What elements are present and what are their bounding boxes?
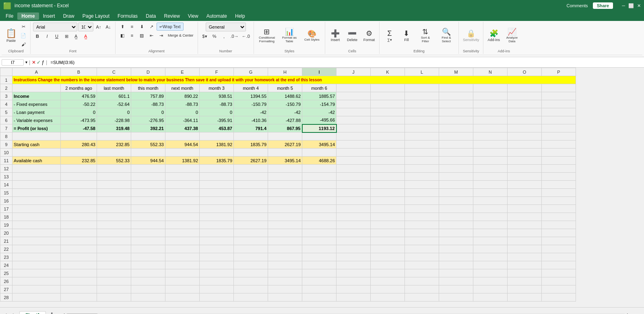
cell-O10[interactable] (508, 149, 542, 157)
cell-D11[interactable]: 944.54 (131, 157, 165, 165)
cell-F10[interactable] (200, 149, 234, 157)
cell-F6[interactable]: -395.91 (200, 116, 234, 124)
analyze-data-button[interactable]: 📈 Analyze Data (502, 25, 522, 46)
cell-P6[interactable] (542, 116, 576, 124)
col-header-G[interactable]: G (234, 68, 268, 76)
row-num-13[interactable]: 13 (0, 173, 12, 181)
cell-G8[interactable] (234, 132, 268, 140)
italic-button[interactable]: I (43, 32, 52, 40)
row-num-8[interactable]: 8 (0, 132, 12, 140)
row-num-9[interactable]: 9 (0, 140, 12, 149)
cell-J9[interactable] (336, 140, 371, 149)
cell-G10[interactable] (234, 149, 268, 157)
row-num-4[interactable]: 4 (0, 100, 12, 108)
col-header-P[interactable]: P (542, 68, 576, 76)
paste-button[interactable]: 📋 Paste (4, 25, 18, 46)
cell-reference-input[interactable]: I7 (2, 59, 24, 66)
cell-A3[interactable]: Income (12, 92, 61, 100)
cell-L4[interactable] (405, 100, 439, 108)
border-button[interactable]: ⊞ (62, 32, 71, 40)
cell-B8[interactable] (61, 132, 97, 140)
row-num-11[interactable]: 11 (0, 157, 12, 165)
cell-H6[interactable]: -427.88 (268, 116, 302, 124)
font-size-select[interactable]: 10 (78, 23, 93, 31)
fill-color-button[interactable]: A̲ (72, 32, 80, 40)
cell-K5[interactable] (371, 108, 405, 116)
col-header-B[interactable]: B (61, 68, 97, 76)
insert-function-button[interactable]: ƒ (41, 60, 44, 65)
cell-B2[interactable]: 2 months ago (61, 84, 97, 92)
cell-L8[interactable] (405, 132, 439, 140)
row-num-18[interactable]: 18 (0, 213, 12, 221)
cell-C2[interactable]: last month (97, 84, 131, 92)
col-header-D[interactable]: D (131, 68, 165, 76)
cell-P5[interactable] (542, 108, 576, 116)
row-num-20[interactable]: 20 (0, 229, 12, 237)
row-num-15[interactable]: 15 (0, 189, 12, 197)
menu-help[interactable]: Help (231, 12, 249, 20)
col-header-K[interactable]: K (371, 68, 405, 76)
cell-H10[interactable] (268, 149, 302, 157)
cell-O4[interactable] (508, 100, 542, 108)
row-num-22[interactable]: 22 (0, 245, 12, 253)
cell-L9[interactable] (405, 140, 439, 149)
cell-M3[interactable] (439, 92, 473, 100)
cell-F2[interactable]: month 3 (200, 84, 234, 92)
cell-D7[interactable]: 392.21 (131, 124, 165, 132)
cell-L10[interactable] (405, 149, 439, 157)
format-table-button[interactable]: 📊 Format as Table (279, 25, 300, 46)
cell-F5[interactable]: 0 (200, 108, 234, 116)
cell-O9[interactable] (508, 140, 542, 149)
col-header-A[interactable]: A (12, 68, 61, 76)
row-num-28[interactable]: 28 (0, 293, 12, 302)
cell-J2[interactable] (336, 84, 371, 92)
cell-N11[interactable] (473, 157, 508, 165)
percent-button[interactable]: % (210, 32, 219, 40)
share-button[interactable]: Share (593, 2, 613, 9)
cell-M8[interactable] (439, 132, 473, 140)
restore-icon[interactable]: ⬜ (628, 3, 634, 8)
cell-G11[interactable]: 2627.19 (234, 157, 268, 165)
cell-E9[interactable]: 944.54 (165, 140, 200, 149)
cell-D9[interactable]: 552.33 (131, 140, 165, 149)
number-format-select[interactable]: General (206, 23, 246, 31)
col-header-L[interactable]: L (405, 68, 439, 76)
cell-K10[interactable] (371, 149, 405, 157)
col-header-J[interactable]: J (336, 68, 371, 76)
cell-H11[interactable]: 3495.14 (268, 157, 302, 165)
cell-C9[interactable]: 232.85 (97, 140, 131, 149)
next-sheet-button[interactable]: ▶ (10, 312, 19, 314)
cell-M4[interactable] (439, 100, 473, 108)
cell-E8[interactable] (165, 132, 200, 140)
cell-G9[interactable]: 1835.79 (234, 140, 268, 149)
cell-I5[interactable]: -42 (302, 108, 336, 116)
cell-D5[interactable]: 0 (131, 108, 165, 116)
cell-O3[interactable] (508, 92, 542, 100)
row-num-25[interactable]: 25 (0, 269, 12, 277)
cell-P9[interactable] (542, 140, 576, 149)
cell-A5[interactable]: - Loan payment (12, 108, 61, 116)
cell-N2[interactable] (473, 84, 508, 92)
cell-C6[interactable]: -228.98 (97, 116, 131, 124)
cell-C5[interactable]: 0 (97, 108, 131, 116)
menu-insert[interactable]: Insert (39, 12, 59, 20)
cell-E11[interactable]: 1381.92 (165, 157, 200, 165)
row-num-2[interactable]: 2 (0, 84, 12, 92)
col-header-C[interactable]: C (97, 68, 131, 76)
cell-I7[interactable]: 1193.12 (302, 124, 336, 132)
cell-P7[interactable] (542, 124, 576, 132)
cell-H2[interactable]: month 5 (268, 84, 302, 92)
menu-automate[interactable]: Automate (202, 12, 231, 20)
cell-F3[interactable]: 938.51 (200, 92, 234, 100)
cut-button[interactable]: ✂ (19, 23, 28, 31)
cell-G6[interactable]: -410.36 (234, 116, 268, 124)
cell-P8[interactable] (542, 132, 576, 140)
cell-G4[interactable]: -150.79 (234, 100, 268, 108)
row-num-10[interactable]: 10 (0, 149, 12, 157)
cell-O8[interactable] (508, 132, 542, 140)
cell-E3[interactable]: 890.22 (165, 92, 200, 100)
cell-F8[interactable] (200, 132, 234, 140)
confirm-formula-button[interactable]: ✓ (37, 60, 41, 65)
cell-J3[interactable] (336, 92, 371, 100)
cell-B6[interactable]: -473.95 (61, 116, 97, 124)
